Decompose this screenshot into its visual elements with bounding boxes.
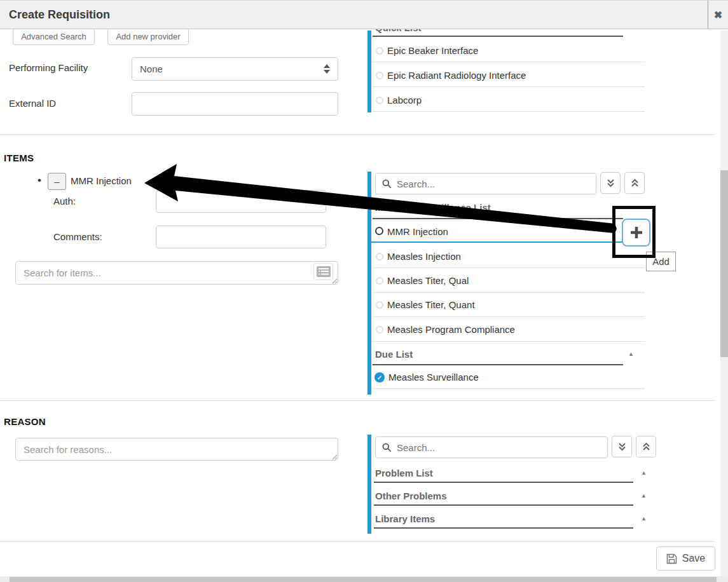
advanced-search-button[interactable]: Advanced Search (13, 28, 95, 45)
quick-list-item[interactable]: Epic Beaker Interface (387, 45, 478, 56)
items-group-header[interactable]: Due List (375, 349, 413, 360)
external-id-input[interactable] (132, 92, 338, 116)
reason-group-header[interactable]: Other Problems (375, 491, 447, 501)
auth-input[interactable] (156, 190, 326, 213)
highlight-box-annotation (612, 206, 656, 258)
expand-all-button[interactable] (612, 436, 632, 457)
group-underline (373, 364, 623, 365)
save-button[interactable]: Save (656, 546, 715, 571)
picker-item[interactable]: MMR Injection (387, 226, 448, 237)
row-separator (373, 388, 645, 389)
row-separator (373, 62, 645, 62)
auth-label: Auth: (53, 196, 76, 206)
remove-item-button[interactable]: – (48, 173, 66, 190)
save-button-label: Save (682, 553, 705, 564)
reason-picker-search[interactable] (375, 436, 608, 458)
search-icon (382, 443, 392, 452)
group-underline (374, 482, 633, 483)
double-chevron-down-icon (606, 179, 615, 188)
modal-title: Create Requisition (0, 8, 110, 22)
modal-header: Create Requisition ✖ (0, 0, 728, 29)
double-chevron-down-icon (617, 442, 627, 452)
item-list-picker-icon[interactable] (313, 263, 333, 280)
horizontal-scrollbar-thumb[interactable] (10, 577, 717, 582)
collapse-caret-icon[interactable]: ▲ (641, 515, 647, 522)
quick-list-item[interactable]: Epic Radiant Radiology Interface (387, 70, 526, 81)
section-divider (0, 134, 715, 135)
radio-icon[interactable] (376, 326, 383, 334)
row-separator (373, 267, 645, 268)
vertical-scrollbar-thumb[interactable] (720, 170, 728, 357)
performing-facility-value: None (140, 64, 163, 74)
section-divider (0, 400, 715, 401)
search-reasons-input[interactable] (15, 438, 338, 461)
selected-row-underline (371, 241, 644, 243)
collapse-all-button[interactable] (624, 172, 645, 194)
items-picker-search-input[interactable] (397, 179, 589, 189)
reason-group-header[interactable]: Library Items (375, 513, 435, 524)
picker-item[interactable]: Measles Titer, Quant (387, 299, 475, 310)
row-separator (373, 341, 645, 342)
group-underline (373, 218, 623, 219)
quick-list-item[interactable]: Labcorp (387, 95, 422, 105)
group-underline (374, 504, 633, 506)
items-picker-search[interactable] (375, 173, 596, 194)
search-icon (382, 179, 392, 189)
list-icon (317, 266, 331, 277)
create-requisition-modal: Advanced Search Add new provider Perform… (0, 0, 728, 582)
reason-group-header[interactable]: Problem List (375, 468, 433, 478)
reason-section-title: REASON (4, 416, 46, 427)
checked-radio-icon[interactable]: ✓ (374, 372, 385, 382)
radio-icon[interactable] (376, 72, 383, 79)
radio-icon[interactable] (376, 253, 383, 261)
quick-list-underline (373, 36, 623, 37)
collapse-all-button[interactable] (636, 436, 656, 457)
radio-icon[interactable] (376, 301, 383, 309)
picker-item[interactable]: Measles Surveillance (388, 372, 479, 382)
reason-picker-accent-bar (367, 435, 371, 534)
radio-icon[interactable] (376, 97, 383, 104)
save-floppy-icon (666, 553, 677, 564)
group-underline (374, 527, 633, 529)
external-id-label: External ID (9, 98, 56, 109)
double-chevron-up-icon (630, 179, 640, 188)
close-icon: ✖ (714, 9, 722, 21)
expand-all-button[interactable] (600, 172, 621, 194)
row-separator (373, 86, 645, 87)
quick-list-accent-bar (367, 30, 371, 112)
items-picker-accent-bar (367, 172, 371, 395)
items-section-title: ITEMS (4, 152, 34, 163)
radio-icon[interactable] (376, 277, 383, 285)
collapse-caret-icon[interactable]: ▲ (641, 492, 647, 499)
radio-icon[interactable] (376, 47, 383, 55)
row-separator (373, 292, 645, 293)
horizontal-scrollbar[interactable] (0, 576, 728, 582)
reason-picker-search-input[interactable] (397, 442, 601, 453)
close-button[interactable]: ✖ (708, 1, 728, 29)
row-separator (373, 316, 645, 317)
comments-label: Comments: (53, 231, 102, 242)
select-updown-icon (324, 64, 330, 74)
picker-item[interactable]: Measles Injection (387, 251, 461, 262)
footer-divider (0, 541, 715, 542)
row-separator (373, 111, 645, 112)
performing-facility-select[interactable]: None (132, 57, 338, 81)
add-new-provider-button[interactable]: Add new provider (107, 28, 189, 45)
performing-facility-label: Performing Facility (9, 62, 88, 73)
comments-input[interactable] (156, 226, 326, 248)
vertical-scrollbar[interactable] (720, 30, 728, 576)
picker-item[interactable]: Measles Titer, Qual (387, 275, 469, 286)
collapse-caret-icon[interactable]: ▲ (641, 470, 647, 476)
bullet-icon: • (38, 174, 41, 187)
selected-item-name: MMR Injection (71, 175, 132, 186)
radio-icon[interactable] (375, 227, 383, 235)
double-chevron-up-icon (642, 442, 651, 452)
items-group-header[interactable]: Measles Surveillance List (375, 202, 491, 213)
collapse-caret-icon[interactable]: ▲ (628, 351, 634, 357)
search-items-input[interactable] (15, 261, 338, 285)
pointer-arrow-annotation (0, 0, 728, 582)
picker-item[interactable]: Measles Program Compliance (387, 324, 515, 335)
